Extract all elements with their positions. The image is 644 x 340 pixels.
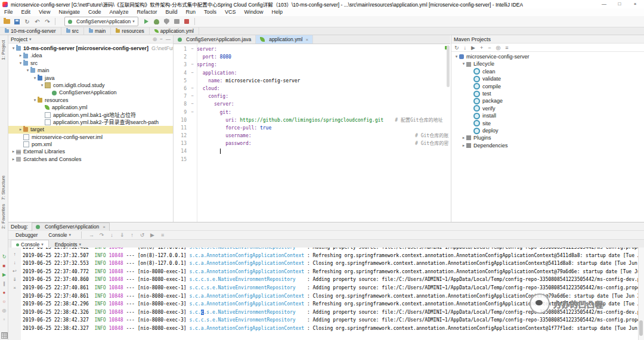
chevron-right-icon[interactable]: ▸: [18, 52, 23, 59]
code-line[interactable]: 14: [174, 147, 450, 155]
toolbar-sync-icon[interactable]: ↻: [24, 18, 30, 25]
code-line[interactable]: 15: [174, 156, 450, 163]
close-tab-icon[interactable]: ×: [305, 36, 308, 44]
down-icon[interactable]: ↓: [11, 259, 18, 266]
log-line[interactable]: 2019-06-25 22:37:40.861 INFO 10848 --- […: [23, 292, 639, 301]
maven-tree-item[interactable]: compile: [451, 83, 644, 90]
debug-session-tab[interactable]: ConfigServerApplication ×: [32, 222, 110, 231]
menu-item-tools[interactable]: Tools: [200, 8, 221, 16]
menu-item-edit[interactable]: Edit: [17, 8, 35, 16]
debug-button[interactable]: [153, 18, 160, 25]
log-line[interactable]: 2019-06-25 22:37:32.462 INFO 10848 --- […: [23, 248, 639, 252]
mute-breakpoints-icon[interactable]: ○: [1, 298, 7, 305]
project-tree-item[interactable]: ▾com.idig8.cloud.study: [8, 82, 173, 89]
tool-window-button[interactable]: 1: Project: [1, 40, 6, 60]
chevron-right-icon[interactable]: ▸: [18, 126, 23, 133]
project-tree-item[interactable]: ▾java: [8, 75, 173, 82]
chevron-down-icon[interactable]: ▾: [29, 37, 32, 42]
maven-tree-item[interactable]: ▸Dependencies: [451, 142, 644, 149]
close-icon[interactable]: ×: [103, 224, 106, 230]
debug-tab-console[interactable]: Console▾: [44, 231, 76, 239]
code-line[interactable]: 9− git:: [174, 109, 450, 116]
breadcrumb-item[interactable]: src: [61, 27, 84, 35]
maven-tree-item[interactable]: verify: [451, 105, 644, 112]
project-tree-item[interactable]: ▸Scratches and Consoles: [8, 156, 173, 163]
scrollbar-thumb[interactable]: [447, 45, 450, 87]
run-configuration-select[interactable]: ConfigServerApplication ▾: [64, 17, 138, 26]
maven-tree-item[interactable]: validate: [451, 75, 644, 82]
code-line[interactable]: 6− cloud:: [174, 85, 450, 92]
view-breakpoints-icon[interactable]: ●: [1, 289, 7, 296]
editor-content[interactable]: 1−server:2 port: 80803−spring:4− applica…: [174, 44, 450, 222]
maven-tree-item[interactable]: install: [451, 112, 644, 119]
step-into-icon[interactable]: ↓: [107, 232, 116, 238]
code-line[interactable]: 10 uri: https://github.com/limingios/spr…: [174, 116, 450, 124]
menu-item-build[interactable]: Build: [161, 8, 181, 16]
window-close-button[interactable]: ×: [627, 0, 643, 8]
menu-item-run[interactable]: Run: [182, 8, 200, 16]
code-line[interactable]: 2 port: 8080: [174, 53, 450, 61]
breadcrumb-item[interactable]: application.yml: [150, 27, 199, 35]
maven-tree-item[interactable]: package: [451, 97, 644, 104]
console-scrollbar[interactable]: [638, 248, 644, 340]
chevron-down-icon[interactable]: ▾: [39, 82, 45, 89]
project-tree-item[interactable]: ▸target: [8, 126, 173, 133]
code-line[interactable]: 5 name: microservice-config-server: [174, 77, 450, 85]
run-button[interactable]: [143, 18, 150, 25]
stop-icon[interactable]: ■: [1, 262, 7, 269]
menu-item-code[interactable]: Code: [84, 8, 106, 16]
code-line[interactable]: 4− application:: [174, 69, 450, 77]
fold-marker-icon[interactable]: −: [188, 61, 197, 69]
chevron-right-icon[interactable]: ▸: [461, 142, 466, 149]
breadcrumb-item[interactable]: main: [84, 27, 111, 35]
tool-window-button[interactable]: 7: Structure: [1, 175, 6, 200]
collapse-icon[interactable]: −: [160, 36, 163, 42]
chevron-down-icon[interactable]: ▾: [25, 67, 30, 74]
maven-settings-icon[interactable]: ◎: [496, 45, 501, 51]
hide-icon[interactable]: —: [166, 36, 171, 42]
maven-download-icon[interactable]: ↓: [464, 45, 467, 51]
code-line[interactable]: 13 password: # Git仓库的密: [174, 140, 450, 147]
toolbar-redo-icon[interactable]: ↷: [44, 18, 51, 25]
project-tree-item[interactable]: ▸External Libraries: [8, 148, 173, 155]
evaluate-icon[interactable]: ≡: [158, 232, 167, 238]
maven-filter-icon[interactable]: ≡: [505, 45, 508, 51]
maven-tree-item[interactable]: clean: [451, 68, 644, 75]
project-tree-item[interactable]: pom.xml: [8, 141, 173, 148]
log-line[interactable]: 2019-06-25 22:37:32.553 INFO 10848 --- […: [23, 259, 639, 268]
menu-item-help[interactable]: Help: [268, 8, 287, 16]
menu-item-window[interactable]: Window: [240, 8, 268, 16]
project-tree-item[interactable]: ▾10-ms-config-server [microservice-confi…: [8, 45, 173, 52]
step-over-icon[interactable]: ↷: [97, 232, 106, 238]
menu-item-analyze[interactable]: Analyze: [105, 8, 132, 16]
project-tree-item[interactable]: microservice-config-server.iml: [8, 134, 173, 141]
scroll-end-icon[interactable]: ⇓: [11, 276, 18, 283]
project-tree-item[interactable]: ConfigServerApplication: [8, 89, 173, 96]
code-line[interactable]: 11 force-pull: true: [174, 124, 450, 132]
breadcrumb-item[interactable]: 10-ms-config-server: [0, 27, 61, 35]
code-line[interactable]: 1−server:: [174, 45, 450, 53]
project-tree-item[interactable]: application.yml.bak1-git地址占位符: [8, 112, 173, 119]
fold-marker-icon[interactable]: −: [188, 85, 197, 92]
code-line[interactable]: 8− server:: [174, 100, 450, 108]
maven-collapse-icon[interactable]: −: [488, 45, 491, 51]
project-tree-item[interactable]: ▸.idea: [8, 52, 173, 59]
chevron-down-icon[interactable]: ▾: [32, 97, 38, 104]
window-maximize-button[interactable]: □: [612, 0, 627, 8]
console-output[interactable]: 2019-06-25 22:37:32.462 INFO 10848 --- […: [21, 248, 639, 340]
log-line[interactable]: 2019-06-25 22:37:40.861 INFO 10848 --- […: [23, 284, 639, 292]
stop-button[interactable]: [184, 18, 190, 25]
log-line[interactable]: 2019-06-25 22:38:42.326 INFO 10848 --- […: [23, 308, 639, 317]
clear-icon[interactable]: ×: [11, 285, 18, 291]
menu-item-vcs[interactable]: VCS: [221, 8, 240, 16]
maven-refresh-icon[interactable]: ↻: [454, 45, 459, 51]
project-tree-item[interactable]: ▾main: [8, 67, 173, 74]
menu-item-view[interactable]: View: [35, 8, 54, 16]
project-tree-item[interactable]: ▾resources: [8, 97, 173, 104]
resume-icon[interactable]: ▶: [1, 271, 7, 278]
maven-tree-item[interactable]: ▾Lifecycle: [451, 60, 644, 67]
step-out-icon[interactable]: ↑: [128, 232, 137, 238]
fold-marker-icon[interactable]: −: [188, 45, 197, 53]
breadcrumb-item[interactable]: resources: [111, 27, 149, 35]
menu-item-file[interactable]: File: [0, 8, 17, 16]
